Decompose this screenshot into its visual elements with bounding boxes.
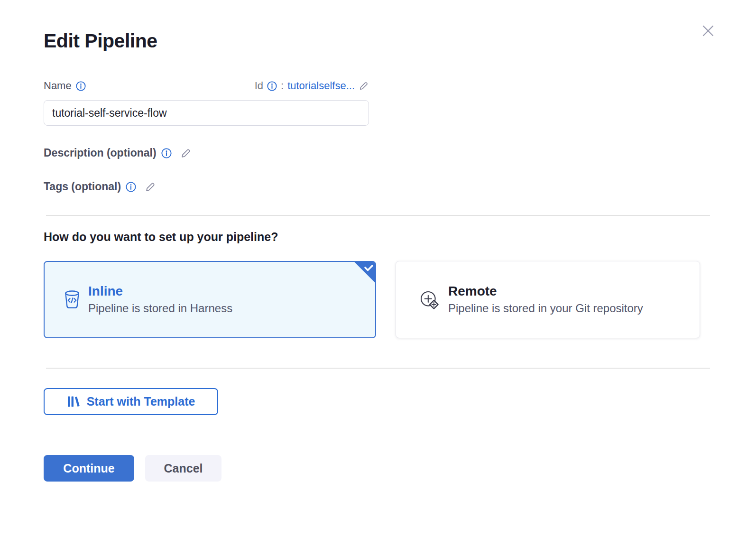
- tags-label: Tags (optional): [44, 180, 121, 193]
- inline-card-texts: Inline Pipeline is stored in Harness: [88, 284, 232, 315]
- pipeline-id-link[interactable]: tutorialselfse...: [287, 80, 355, 92]
- remote-option-card[interactable]: Remote Pipeline is stored in your Git re…: [396, 261, 700, 338]
- template-library-icon: [67, 395, 81, 408]
- edit-description-pencil-icon[interactable]: [180, 148, 192, 159]
- start-with-template-label: Start with Template: [87, 395, 195, 408]
- remote-card-title: Remote: [448, 284, 643, 299]
- continue-button[interactable]: Continue: [44, 455, 134, 482]
- description-label: Description (optional): [44, 147, 157, 159]
- inline-card-description: Pipeline is stored in Harness: [88, 302, 232, 315]
- remote-git-repo-icon: [418, 289, 440, 311]
- page-title: Edit Pipeline: [44, 30, 712, 52]
- tags-row: Tags (optional): [44, 180, 712, 193]
- divider: [46, 368, 710, 369]
- description-row: Description (optional): [44, 147, 712, 159]
- name-id-row: Name Id : tutorialselfse...: [44, 80, 369, 92]
- edit-id-pencil-icon[interactable]: [359, 81, 369, 91]
- name-label-group: Name: [44, 80, 86, 92]
- inline-harness-store-icon: [64, 290, 80, 309]
- description-info-icon[interactable]: [161, 148, 172, 158]
- name-info-icon[interactable]: [76, 81, 86, 91]
- inline-card-title: Inline: [88, 284, 232, 299]
- close-icon[interactable]: [700, 23, 716, 39]
- remote-card-description: Pipeline is stored in your Git repositor…: [448, 302, 643, 315]
- id-group: Id : tutorialselfse...: [255, 80, 369, 92]
- start-with-template-button[interactable]: Start with Template: [44, 388, 218, 415]
- setup-question: How do you want to set up your pipeline?: [44, 230, 712, 244]
- inline-option-card[interactable]: Inline Pipeline is stored in Harness: [44, 261, 376, 338]
- divider: [46, 215, 710, 216]
- edit-pipeline-modal: Edit Pipeline Name Id : tut: [0, 0, 756, 538]
- close-x-glyph: [700, 23, 716, 39]
- remote-card-texts: Remote Pipeline is stored in your Git re…: [448, 284, 643, 315]
- id-info-icon[interactable]: [267, 81, 277, 91]
- store-type-cards: Inline Pipeline is stored in Harness: [44, 261, 712, 338]
- pipeline-name-input[interactable]: [44, 100, 369, 126]
- edit-tags-pencil-icon[interactable]: [145, 181, 156, 193]
- id-colon: :: [281, 80, 284, 92]
- id-label: Id: [255, 80, 263, 92]
- name-label: Name: [44, 80, 72, 92]
- cancel-button[interactable]: Cancel: [145, 455, 221, 482]
- modal-actions: Continue Cancel: [44, 455, 712, 482]
- tags-info-icon[interactable]: [126, 182, 136, 192]
- selected-check-badge: [353, 261, 376, 284]
